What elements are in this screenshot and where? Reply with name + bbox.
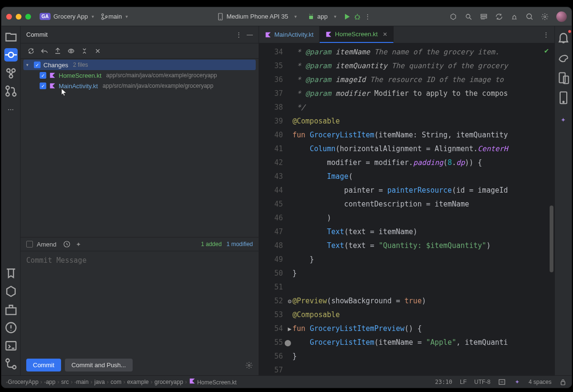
- terminal-tool[interactable]: [4, 339, 18, 352]
- file-row[interactable]: ✓ HomeScreen.kt app/src/main/java/com/ex…: [23, 70, 256, 81]
- changelist-icon[interactable]: [81, 47, 88, 55]
- more-actions[interactable]: ⋮: [364, 13, 372, 21]
- gradle-tool[interactable]: [557, 51, 570, 64]
- commit-header: Commit ⋮ —: [21, 26, 259, 43]
- ai-assistant-tool[interactable]: ✦: [557, 113, 570, 126]
- checkbox[interactable]: ✓: [40, 83, 46, 89]
- branch-name: main: [108, 13, 122, 20]
- vcs-tool[interactable]: [4, 357, 18, 371]
- more-tools[interactable]: ⋯: [4, 103, 18, 116]
- build-icon[interactable]: [510, 13, 518, 21]
- svg-point-0: [102, 14, 104, 16]
- tab-mainactivity[interactable]: MainActivity.kt: [259, 26, 320, 43]
- diff-icon[interactable]: [54, 47, 62, 55]
- close-window[interactable]: [6, 14, 12, 20]
- commit-actions: Commit Commit and Push...: [21, 355, 259, 375]
- breadcrumb-item[interactable]: ▫main: [74, 379, 89, 385]
- code-with-me-icon[interactable]: [449, 13, 457, 21]
- tab-options[interactable]: ⋮: [542, 31, 550, 39]
- problems-tool[interactable]: [4, 321, 18, 334]
- close-tab-icon[interactable]: ✕: [383, 31, 387, 38]
- commit-options-row: Amend ✦ 1 added 1 modified: [21, 237, 259, 251]
- commit-push-button[interactable]: Commit and Push...: [65, 359, 133, 371]
- breadcrumb-item[interactable]: com: [111, 379, 122, 385]
- changes-label: Changes: [43, 62, 68, 69]
- line-separator[interactable]: LF: [460, 379, 467, 385]
- changes-tree: ▾ ✓ Changes 2 files ✓ HomeScreen.kt app/…: [21, 59, 259, 237]
- panel-options[interactable]: ⋮: [236, 31, 242, 38]
- sync-icon[interactable]: [495, 13, 503, 21]
- indent-info[interactable]: 4 spaces: [529, 379, 552, 385]
- checkbox[interactable]: ✓: [34, 62, 41, 68]
- device-manager-tool[interactable]: [557, 71, 570, 84]
- branch-selector[interactable]: main ▾: [101, 13, 128, 21]
- readonly-icon[interactable]: [498, 378, 506, 386]
- debug-button[interactable]: [354, 13, 361, 21]
- settings-icon[interactable]: [541, 13, 549, 21]
- breadcrumb-item[interactable]: HomeScreen.kt: [189, 378, 237, 386]
- code-editor[interactable]: 34353637383940414243444546474849505152⚙5…: [259, 43, 554, 375]
- breadcrumb-item[interactable]: java: [94, 379, 105, 385]
- changes-node[interactable]: ▾ ✓ Changes 2 files: [23, 60, 256, 70]
- user-avatar[interactable]: [556, 11, 567, 22]
- breadcrumb-item[interactable]: groceryapp: [155, 379, 183, 385]
- recent-icon[interactable]: [480, 13, 488, 21]
- checkbox[interactable]: ✓: [40, 72, 46, 79]
- status-bar: ▫GroceryApp › ▫app › src › ▫main › java …: [1, 375, 572, 388]
- ai-status-icon[interactable]: ✦: [513, 378, 521, 386]
- file-encoding[interactable]: UTF-8: [474, 379, 490, 385]
- minimize-window[interactable]: [16, 14, 21, 20]
- inspection-ok-icon[interactable]: ✔: [544, 46, 549, 55]
- amend-checkbox[interactable]: [26, 241, 33, 248]
- pull-requests-tool[interactable]: [4, 84, 18, 98]
- svg-point-14: [7, 69, 10, 72]
- breadcrumb-item[interactable]: src: [61, 379, 69, 385]
- structure-tool[interactable]: [4, 66, 18, 80]
- svg-point-13: [8, 52, 13, 58]
- editor-area: MainActivity.kt HomeScreen.kt ✕ ⋮ 343536…: [259, 26, 554, 375]
- rollback-icon[interactable]: [41, 47, 48, 55]
- commit-panel: Commit ⋮ — ✕ ▾ ✓ Changes 2 files: [21, 26, 259, 375]
- search-icon[interactable]: [465, 13, 472, 21]
- tab-homescreen[interactable]: HomeScreen.kt ✕: [320, 26, 394, 43]
- run-button[interactable]: [343, 13, 351, 21]
- breadcrumbs[interactable]: ▫GroceryApp › ▫app › src › ▫main › java …: [6, 378, 237, 386]
- ai-icon[interactable]: ✦: [74, 240, 82, 248]
- svg-point-12: [544, 16, 546, 18]
- file-name: MainActivity.kt: [59, 83, 98, 90]
- panel-minimize[interactable]: —: [247, 31, 253, 38]
- project-selector[interactable]: Grocery App ▾: [53, 13, 94, 20]
- commit-tool[interactable]: [4, 48, 18, 62]
- run-config-name: app: [317, 13, 328, 20]
- build-tool[interactable]: [4, 303, 18, 316]
- maximize-window[interactable]: [25, 14, 31, 20]
- emulator-tool[interactable]: [557, 91, 570, 104]
- line-gutter: 34353637383940414243444546474849505152⚙5…: [259, 43, 292, 375]
- refresh-icon[interactable]: [27, 47, 35, 55]
- svg-point-24: [12, 366, 16, 369]
- services-tool[interactable]: [4, 285, 18, 298]
- breadcrumb-item[interactable]: ▫GroceryApp: [6, 379, 39, 385]
- show-diff-icon[interactable]: [67, 47, 75, 55]
- lock-icon[interactable]: [559, 378, 567, 386]
- file-row[interactable]: ✓ MainActivity.kt app/src/main/java/com/…: [23, 81, 256, 91]
- vertical-scrollbar[interactable]: [550, 206, 553, 272]
- svg-point-6: [312, 14, 313, 15]
- device-selector[interactable]: Medium Phone API 35 ▾: [213, 11, 301, 22]
- group-icon[interactable]: ✕: [94, 47, 102, 55]
- commit-button[interactable]: Commit: [26, 359, 61, 371]
- bookmarks-tool[interactable]: [4, 267, 18, 280]
- cursor-position[interactable]: 23:10: [435, 379, 452, 385]
- history-icon[interactable]: [63, 240, 71, 248]
- expand-icon[interactable]: ▾: [26, 62, 31, 67]
- breadcrumb-item[interactable]: example: [127, 379, 148, 385]
- breadcrumb-item[interactable]: ▫app: [44, 379, 56, 385]
- commit-message-input[interactable]: [26, 256, 253, 350]
- notifications-icon[interactable]: [557, 31, 570, 44]
- project-badge: GA: [40, 13, 51, 20]
- commit-settings-icon[interactable]: [245, 361, 253, 369]
- search-everywhere-icon[interactable]: [526, 13, 533, 21]
- amend-label: Amend: [37, 241, 56, 248]
- project-tool[interactable]: [4, 30, 18, 43]
- run-config-selector[interactable]: app ▾: [303, 11, 340, 22]
